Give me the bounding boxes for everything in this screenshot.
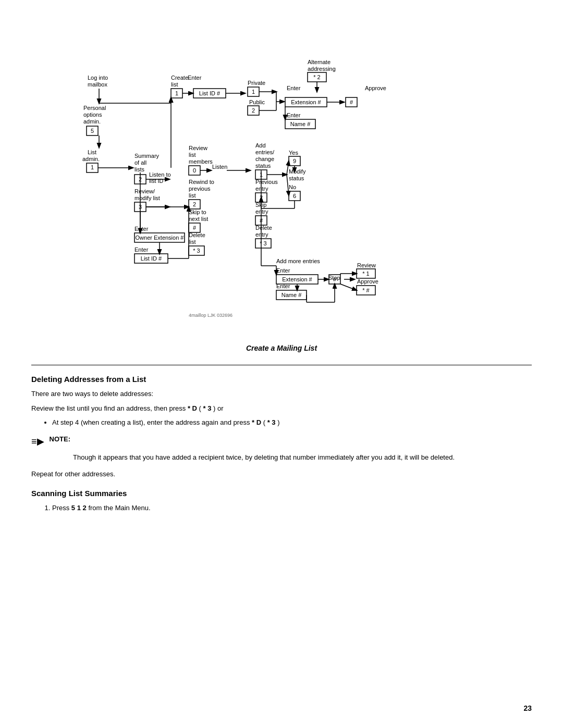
svg-text:Delete: Delete — [189, 232, 205, 238]
scanning-step-1: Press 5 1 2 from the Main Menu. — [52, 503, 532, 514]
scanning-heading: Scanning List Summaries — [31, 489, 532, 498]
svg-text:Enter: Enter — [134, 226, 149, 232]
svg-text:List: List — [88, 149, 96, 155]
svg-text:Create: Create — [171, 75, 188, 81]
svg-text:1: 1 — [175, 90, 178, 96]
svg-text:9: 9 — [293, 158, 296, 164]
svg-text:entries/: entries/ — [255, 149, 275, 155]
note-label: NOTE: — [50, 435, 70, 443]
svg-text:admin.: admin. — [82, 156, 100, 162]
svg-text:5: 5 — [91, 128, 94, 134]
note-icon: ≡▶ — [31, 436, 44, 447]
svg-text:list: list — [189, 192, 195, 199]
svg-text:1: 1 — [91, 164, 94, 170]
diagram-caption: Create a Mailing List — [31, 344, 532, 352]
svg-text:Enter: Enter — [188, 75, 202, 81]
svg-text:* 1: * 1 — [362, 270, 369, 277]
flowchart-diagram: Log into mailbox Personal options admin.… — [31, 16, 532, 339]
svg-text:Approve: Approve — [357, 278, 378, 285]
svg-text:#: # — [350, 99, 353, 105]
svg-text:Enter: Enter — [134, 246, 149, 253]
svg-text:of all: of all — [134, 159, 146, 166]
svg-text:list: list — [189, 152, 195, 158]
svg-text:Skip to: Skip to — [189, 209, 206, 215]
svg-text:Rewind to: Rewind to — [189, 179, 214, 185]
svg-text:Previous: Previous — [255, 179, 278, 185]
svg-text:6: 6 — [293, 193, 296, 199]
svg-text:members: members — [189, 158, 213, 165]
svg-text:Enter: Enter — [276, 267, 290, 274]
svg-text:Public: Public — [249, 99, 265, 105]
svg-text:Private: Private — [248, 80, 265, 86]
svg-text:Yes: Yes — [289, 150, 298, 156]
deleting-bullets: At step 4 (when creating a list), enter … — [52, 417, 532, 428]
svg-text:1: 1 — [252, 89, 255, 95]
svg-text:Review: Review — [189, 145, 207, 151]
svg-text:List ID #: List ID # — [141, 255, 162, 262]
svg-text:Enter: Enter — [287, 112, 301, 118]
svg-text:Add more entries: Add more entries — [276, 258, 320, 264]
svg-text:* 2: * 2 — [313, 74, 320, 80]
svg-line-142 — [340, 284, 357, 290]
svg-text:List ID #: List ID # — [199, 90, 221, 96]
svg-text:entry: entry — [255, 231, 268, 238]
svg-text:list: list — [171, 81, 178, 88]
svg-text:Listen: Listen — [212, 164, 227, 170]
bullet-item-1: At step 4 (when creating a list), enter … — [52, 417, 532, 428]
svg-text:options: options — [83, 112, 102, 118]
log-into-mailbox-label2: mailbox — [88, 81, 107, 88]
svg-text:status: status — [289, 175, 304, 181]
deleting-para-1: There are two ways to delete addresses: — [31, 389, 532, 399]
page-number: 23 — [523, 704, 532, 712]
svg-text:list ID: list ID — [149, 178, 164, 184]
svg-text:No: No — [289, 184, 296, 190]
svg-text:2: 2 — [193, 201, 196, 207]
note-block: ≡▶ NOTE: — [31, 435, 532, 447]
svg-text:status: status — [255, 163, 271, 169]
svg-text:Add: Add — [255, 142, 266, 149]
svg-text:Alternate: Alternate — [308, 59, 331, 65]
svg-text:Review/: Review/ — [134, 188, 155, 194]
svg-text:previous: previous — [189, 186, 211, 192]
svg-text:Listen to: Listen to — [149, 171, 171, 178]
svg-text:modify list: modify list — [134, 195, 160, 201]
svg-text:Summary: Summary — [134, 153, 160, 159]
svg-text:#: # — [193, 225, 197, 231]
svg-text:Enter: Enter — [276, 283, 290, 289]
svg-text:#: # — [333, 276, 337, 282]
svg-text:change: change — [255, 156, 274, 162]
svg-text:entry: entry — [255, 208, 268, 215]
svg-text:addressing: addressing — [308, 66, 336, 72]
svg-text:Extension #: Extension # — [291, 99, 321, 105]
svg-text:next list: next list — [189, 216, 208, 222]
svg-text:Review: Review — [357, 262, 376, 268]
svg-text:Owner Extension #: Owner Extension # — [136, 235, 185, 241]
svg-text:Extension #: Extension # — [282, 276, 312, 282]
svg-text:Approve: Approve — [365, 85, 386, 91]
svg-text:entry: entry — [255, 186, 268, 192]
svg-text:admin.: admin. — [83, 118, 101, 125]
repeat-text: Repeat for other addresses. — [31, 469, 532, 479]
log-into-mailbox-label: Log into — [88, 75, 108, 81]
svg-text:4maillop LJK 032696: 4maillop LJK 032696 — [189, 313, 232, 318]
deleting-heading: Deleting Addresses from a List — [31, 375, 532, 384]
svg-text:lists: lists — [134, 166, 144, 172]
svg-text:Name #: Name # — [282, 292, 302, 298]
svg-text:* 3: * 3 — [193, 248, 200, 254]
svg-text:* #: * # — [362, 287, 370, 293]
svg-text:Name #: Name # — [290, 121, 311, 127]
deleting-para-2: Review the list until you find an addres… — [31, 403, 532, 414]
svg-text:Enter: Enter — [287, 85, 301, 91]
svg-text:Modify: Modify — [289, 168, 306, 175]
note-text: Though it appears that you have added a … — [73, 452, 532, 463]
svg-text:list: list — [189, 239, 195, 245]
svg-text:Personal: Personal — [83, 105, 106, 111]
svg-text:Delete: Delete — [255, 225, 272, 231]
svg-text:2: 2 — [252, 107, 255, 114]
